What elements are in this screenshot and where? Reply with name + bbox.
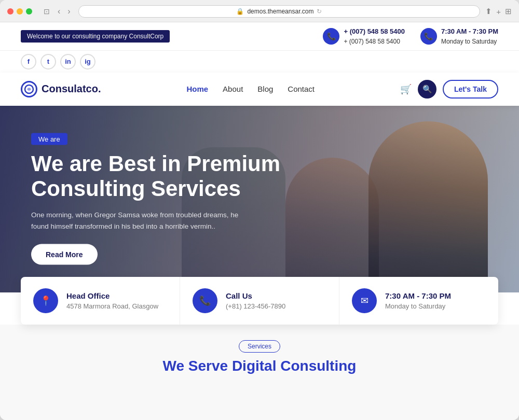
nav-blog[interactable]: Blog [257,85,273,93]
minimize-traffic-light[interactable] [17,8,23,15]
nav-home[interactable]: Home [186,85,208,93]
read-more-button[interactable]: Read More [31,244,98,265]
browser-window: ⊡ ‹ › 🔒 demos.themeansar.com ↻ ⬆ + ⊞ Wel… [0,0,519,420]
services-heading-start: We Serve Digital [163,358,277,374]
instagram-icon[interactable]: ig [80,54,95,69]
maximize-traffic-light[interactable] [26,8,32,15]
info-card-hours-text: 7:30 AM - 7:30 PM Monday to Saturday [385,291,451,310]
services-teaser: Services We Serve Digital Consulting [0,325,519,421]
window-icon-button[interactable]: ⊡ [40,6,53,17]
info-card-phone-detail: (+81) 123-456-7890 [226,302,285,310]
grid-button[interactable]: ⊞ [505,7,512,16]
traffic-lights [7,8,32,15]
info-card-hours-detail: Monday to Saturday [385,302,451,310]
info-card-office-detail: 4578 Marmora Road, Glasgow [66,302,158,310]
info-cards: 📍 Head Office 4578 Marmora Road, Glasgow… [21,277,498,325]
hours-contact-item: 📞 7:30 AM - 7:30 PM Monday to Saturday [420,26,498,46]
new-tab-button[interactable]: + [496,7,501,16]
browser-actions: ⬆ + ⊞ [485,7,512,16]
refresh-icon: ↻ [317,8,322,15]
nav-contact[interactable]: Contact [288,85,315,93]
back-button[interactable]: ‹ [55,6,63,17]
logo: Consulatco. [21,81,101,97]
info-card-phone-text: Call Us (+81) 123-456-7890 [226,291,285,310]
close-traffic-light[interactable] [7,8,13,15]
hero-section: We are We are Best in Premium Consulting… [0,106,519,292]
lets-talk-button[interactable]: Let's Talk [443,80,498,99]
mail-icon: ✉ [352,288,377,313]
facebook-icon[interactable]: f [21,54,36,69]
phone-icon: 📞 [323,28,339,45]
nav-links: Home About Blog Contact [186,85,315,93]
nav-actions: 🛒 🔍 Let's Talk [400,80,498,99]
info-card-phone-title: Call Us [226,291,285,300]
location-icon: 📍 [33,288,58,313]
phone-info-icon: 📞 [193,288,217,313]
share-button[interactable]: ⬆ [485,7,492,16]
hours-contact-text: 7:30 AM - 7:30 PM Monday to Saturday [441,26,498,46]
forward-button[interactable]: › [65,6,73,17]
logo-text: Consulatco. [42,83,101,95]
hero-content: We are We are Best in Premium Consulting… [31,133,301,265]
phone-contact-text: + (007) 548 58 5400 + (007) 548 58 5400 [344,26,404,46]
top-bar: Welcome to our consulting company Consul… [0,22,519,51]
linkedin-icon[interactable]: in [60,54,76,69]
top-contact: 📞 + (007) 548 58 5400 + (007) 548 58 540… [323,26,498,46]
info-card-hours-title: 7:30 AM - 7:30 PM [385,291,451,300]
info-card-office: 📍 Head Office 4578 Marmora Road, Glasgow [21,277,180,325]
browser-chrome: ⊡ ‹ › 🔒 demos.themeansar.com ↻ ⬆ + ⊞ [0,0,519,22]
hero-description: One morning, when Gregor Samsa woke from… [31,209,249,232]
url-text: demos.themeansar.com [247,8,313,15]
cart-icon[interactable]: 🛒 [400,83,412,95]
services-badge: Services [239,340,280,353]
nav-about[interactable]: About [223,85,243,93]
we-are-badge: We are [31,133,67,145]
nav-buttons: ⊡ ‹ › [40,6,73,17]
logo-icon [21,81,37,97]
address-bar[interactable]: 🔒 demos.themeansar.com ↻ [78,5,481,18]
info-card-hours: ✉ 7:30 AM - 7:30 PM Monday to Saturday [339,277,498,325]
services-heading-accent: Consulting [280,358,356,374]
info-card-office-text: Head Office 4578 Marmora Road, Glasgow [66,291,158,310]
navbar: Consulatco. Home About Blog Contact 🛒 🔍 … [0,73,519,106]
info-card-phone: 📞 Call Us (+81) 123-456-7890 [180,277,339,325]
phone-contact-item: 📞 + (007) 548 58 5400 + (007) 548 58 540… [323,26,404,46]
site-content: Welcome to our consulting company Consul… [0,22,519,420]
hero-title: We are Best in Premium Consulting Servic… [31,151,301,201]
clock-icon: 📞 [420,28,437,45]
welcome-badge: Welcome to our consulting company Consul… [21,30,170,43]
services-heading: We Serve Digital Consulting [21,358,498,374]
twitter-icon[interactable]: t [40,54,56,69]
info-card-office-title: Head Office [66,291,158,300]
social-bar: f t in ig [0,51,519,73]
search-button[interactable]: 🔍 [418,80,436,99]
social-icons: f t in ig [21,54,95,69]
security-icon: 🔒 [236,8,244,15]
